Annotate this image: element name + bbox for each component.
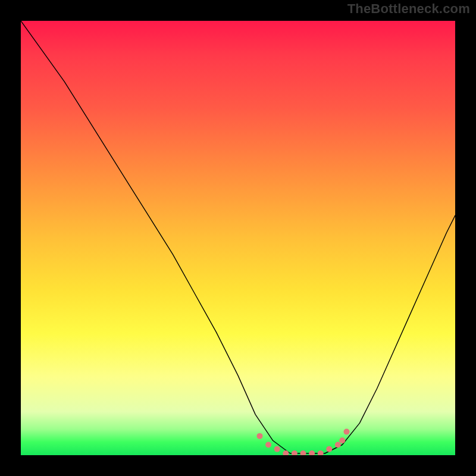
optimal-range-dots [257,429,350,455]
optimal-dot [274,446,280,452]
chart-frame: TheBottleneck.com [0,0,476,476]
optimal-dot [339,437,345,443]
optimal-dot [300,450,306,455]
optimal-dot [318,450,324,455]
watermark-text: TheBottleneck.com [347,1,470,17]
optimal-dot [257,433,263,439]
plot-area [21,21,455,455]
optimal-dot [326,446,332,452]
bottleneck-curve-svg [21,21,455,455]
optimal-dot [344,429,350,435]
optimal-dot [283,450,289,455]
optimal-dot [265,442,271,448]
optimal-dot [335,442,341,448]
optimal-dot [292,450,298,455]
bottleneck-curve-line [21,21,455,453]
optimal-dot [309,450,315,455]
